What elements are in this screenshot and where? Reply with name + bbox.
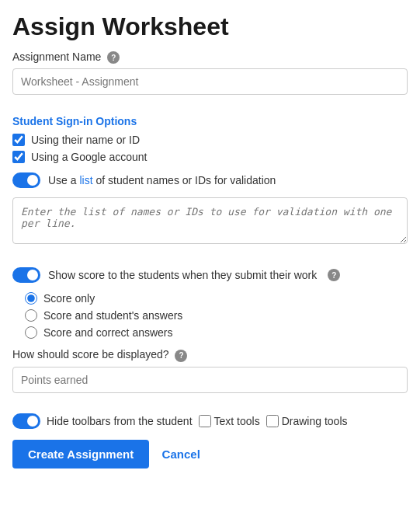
- toggle-toolbar-slider: [12, 413, 40, 429]
- radio-score-correct[interactable]: [25, 326, 37, 339]
- checkbox-name-id[interactable]: [12, 134, 25, 146]
- checkbox-text-tools[interactable]: [199, 415, 211, 427]
- checkbox-drawing-tools[interactable]: [266, 415, 279, 427]
- create-assignment-button[interactable]: Create Assignment: [12, 440, 149, 468]
- student-signin-label: Student Sign-in Options: [12, 115, 408, 127]
- toggle-score-label: Show score to the students when they sub…: [48, 269, 317, 281]
- radio-score-correct-label[interactable]: Score and correct answers: [43, 326, 173, 339]
- checkbox-name-id-label[interactable]: Using their name or ID: [31, 134, 140, 146]
- checkbox-google-label[interactable]: Using a Google account: [31, 151, 147, 163]
- score-display-label: How should score be displayed?: [12, 348, 169, 361]
- toggle-list-switch[interactable]: [12, 172, 40, 188]
- score-display-help-icon[interactable]: ?: [175, 350, 187, 362]
- toggle-list-slider: [12, 172, 40, 188]
- score-display-input[interactable]: [12, 367, 408, 393]
- list-link[interactable]: list: [79, 174, 92, 186]
- toggle-toolbar-label: Hide toolbars from the student: [47, 415, 193, 427]
- checkbox-drawing-tools-label[interactable]: Drawing tools: [282, 415, 348, 427]
- toggle-list-label: Use a list of student names or IDs for v…: [48, 174, 276, 186]
- checkbox-text-tools-label[interactable]: Text tools: [214, 415, 260, 427]
- radio-score-answers[interactable]: [25, 309, 37, 322]
- score-help-icon[interactable]: ?: [328, 269, 340, 281]
- radio-score-only[interactable]: [25, 292, 37, 305]
- cancel-button[interactable]: Cancel: [162, 448, 200, 461]
- radio-score-only-label[interactable]: Score only: [43, 292, 95, 305]
- radio-score-answers-label[interactable]: Score and student's answers: [43, 309, 182, 322]
- assignment-name-help-icon[interactable]: ?: [107, 51, 120, 64]
- page-title: Assign Worksheet: [12, 12, 408, 41]
- toggle-score-slider: [12, 267, 40, 283]
- assignment-name-label: Assignment Name: [12, 51, 101, 63]
- toggle-score-switch[interactable]: [12, 267, 40, 283]
- toggle-toolbar-switch[interactable]: [12, 413, 40, 429]
- validation-list-textarea[interactable]: [12, 197, 408, 244]
- action-buttons: Create Assignment Cancel: [12, 440, 408, 468]
- checkbox-google[interactable]: [12, 151, 25, 163]
- assignment-name-input[interactable]: [12, 68, 408, 95]
